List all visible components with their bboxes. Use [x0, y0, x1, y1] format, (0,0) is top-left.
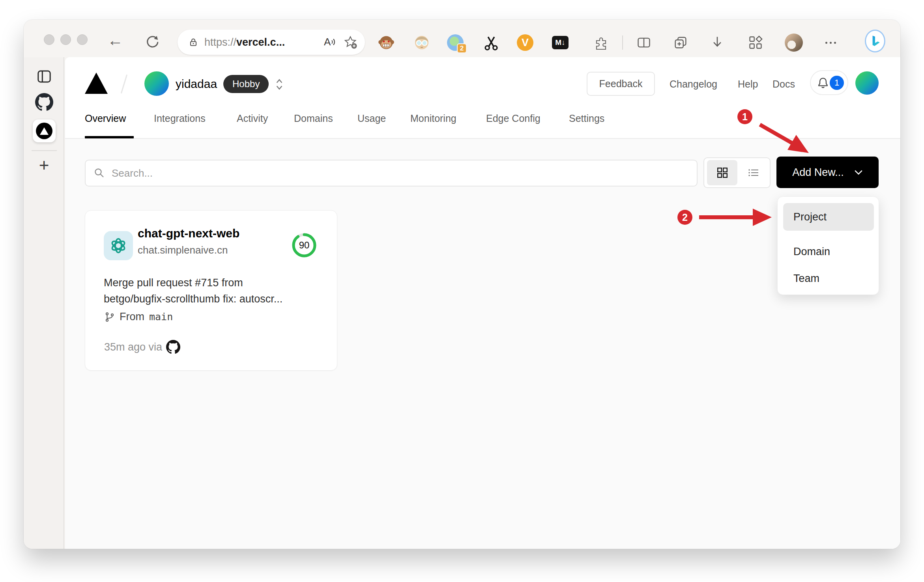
- sidebar-new-tab-icon[interactable]: +: [24, 155, 64, 175]
- project-domain[interactable]: chat.simplenaive.cn: [138, 244, 228, 256]
- sidebar-github-tab-icon[interactable]: [24, 93, 64, 111]
- deployed-time: 35m ago via: [104, 341, 162, 353]
- project-name[interactable]: chat-gpt-next-web: [138, 227, 239, 240]
- list-view-button[interactable]: [737, 167, 770, 179]
- menu-item-project[interactable]: Project: [783, 203, 874, 231]
- github-icon: [166, 340, 180, 354]
- menu-item-team[interactable]: Team: [783, 265, 874, 292]
- extension-person-icon[interactable]: [413, 34, 430, 51]
- apps-grid-icon[interactable]: [745, 32, 766, 53]
- team-switcher-icon[interactable]: [275, 78, 283, 91]
- downloads-icon[interactable]: [707, 32, 728, 53]
- url-text: https://vercel.c...: [204, 36, 285, 48]
- sidebar-panel-icon[interactable]: [24, 68, 64, 85]
- extension-v-icon[interactable]: V: [516, 34, 534, 51]
- deployment-meta: 35m ago via: [104, 340, 180, 354]
- back-icon[interactable]: ←: [107, 32, 123, 49]
- branch-name: main: [149, 311, 173, 323]
- toolbar-divider: [622, 35, 623, 50]
- vercel-header: [65, 57, 900, 139]
- project-card[interactable]: chat-gpt-next-web chat.simplenaive.cn 90…: [85, 210, 337, 371]
- split-screen-icon[interactable]: [634, 32, 654, 53]
- commit-message-line1[interactable]: Merge pull request #715 from: [104, 276, 243, 289]
- v-icon-letter: V: [517, 34, 533, 51]
- active-tab-underline: [85, 136, 134, 138]
- add-new-button[interactable]: Add New...: [776, 157, 879, 188]
- tab-domains[interactable]: Domains: [294, 112, 333, 125]
- profile-avatar[interactable]: [784, 32, 804, 53]
- git-branch-icon: [105, 312, 115, 322]
- extensions-puzzle-icon[interactable]: [591, 32, 612, 53]
- sidebar-divider: [32, 150, 57, 151]
- grid-view-icon: [716, 167, 728, 179]
- branch-row: From main: [105, 311, 173, 323]
- search-input[interactable]: [112, 167, 689, 179]
- tab-edge-config[interactable]: Edge Config: [486, 112, 541, 125]
- svg-text:A: A: [324, 36, 331, 48]
- more-menu-icon[interactable]: [820, 32, 841, 53]
- bell-icon: [816, 76, 830, 90]
- analytics-score-ring[interactable]: 90: [291, 232, 318, 259]
- extension-monkey-icon[interactable]: [378, 34, 395, 51]
- sidebar-vercel-tab-active[interactable]: [24, 119, 64, 142]
- team-name[interactable]: yidadaa: [176, 77, 217, 91]
- markdown-icon-label: M↓: [552, 36, 569, 49]
- tab-usage[interactable]: Usage: [357, 112, 386, 125]
- extension-markdown-icon[interactable]: M↓: [552, 34, 569, 51]
- nav-changelog[interactable]: Changelog: [670, 77, 717, 91]
- bing-copilot-icon[interactable]: [865, 31, 885, 51]
- read-aloud-icon[interactable]: A: [323, 36, 337, 48]
- traffic-light-zoom[interactable]: [77, 34, 88, 45]
- url-host: vercel.c...: [236, 36, 285, 48]
- tab-activity[interactable]: Activity: [237, 112, 268, 125]
- grid-view-button[interactable]: [707, 160, 737, 185]
- tab-overview[interactable]: Overview: [85, 112, 126, 125]
- tab-monitoring[interactable]: Monitoring: [410, 112, 456, 125]
- url-scheme: https://: [204, 36, 236, 48]
- view-toggle: [703, 157, 771, 188]
- tab-integrations[interactable]: Integrations: [154, 112, 206, 125]
- plan-badge: Hobby: [223, 75, 269, 93]
- team-avatar[interactable]: [144, 71, 169, 96]
- project-logo-openai-icon: [104, 231, 133, 260]
- commit-message-line2[interactable]: betgo/bugfix-scrollthumb fix: autoscr...: [104, 292, 282, 306]
- user-avatar[interactable]: [855, 71, 879, 95]
- collections-icon[interactable]: [670, 32, 691, 53]
- traffic-light-close[interactable]: [44, 34, 54, 45]
- annotation-step-2: 2: [677, 210, 692, 225]
- lock-icon: [188, 37, 199, 48]
- traffic-light-minimize[interactable]: [60, 34, 71, 45]
- extension-proxy-icon[interactable]: 2: [447, 34, 464, 51]
- analytics-score: 90: [299, 240, 310, 250]
- search-bar[interactable]: [85, 160, 698, 187]
- tab-settings[interactable]: Settings: [569, 112, 604, 125]
- reload-icon[interactable]: [144, 35, 159, 50]
- browser-window: ← https://vercel.c... A: [24, 20, 900, 549]
- nav-docs[interactable]: Docs: [772, 77, 795, 91]
- branch-prefix: From: [120, 311, 144, 323]
- extension-scissors-icon[interactable]: [483, 34, 500, 51]
- feedback-button[interactable]: Feedback: [587, 72, 655, 96]
- notification-count-badge: 1: [830, 76, 844, 90]
- annotation-step-1: 1: [737, 109, 752, 124]
- add-new-label: Add New...: [792, 166, 844, 179]
- menu-item-domain[interactable]: Domain: [783, 238, 874, 265]
- proxy-badge-count: 2: [457, 43, 467, 53]
- favorite-star-icon[interactable]: [343, 35, 358, 50]
- chevron-down-icon: [854, 170, 863, 175]
- url-bar[interactable]: https://vercel.c... A: [178, 30, 365, 55]
- add-new-menu: Project Domain Team: [777, 196, 879, 295]
- list-view-icon: [747, 167, 760, 179]
- search-icon: [94, 167, 105, 179]
- nav-help[interactable]: Help: [738, 77, 758, 91]
